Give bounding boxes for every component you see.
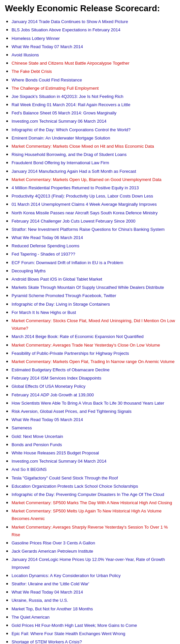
article-link[interactable]: Sameness: [12, 425, 32, 430]
article-link[interactable]: January 2014 CoreLogic Home Prices Up 12…: [12, 557, 165, 569]
article-link[interactable]: Investing.com Technical Summary 06 March…: [12, 119, 106, 124]
list-item: March 2014 Beige Book: Rate of Economic …: [12, 332, 175, 340]
list-item: Reduced Defense Spending Looms: [12, 242, 175, 249]
article-link[interactable]: Fed's Balance Sheet 05 March 2014: Grows…: [12, 110, 117, 115]
article-link[interactable]: Fraudulent Bond Offering by Internationa…: [12, 160, 109, 165]
list-item: Rail Week Ending 01 March 2014: Rail Aga…: [12, 101, 175, 108]
article-link[interactable]: Gold: Next Move Uncertain: [12, 434, 63, 439]
list-item: 4 Million Residential Properties Returne…: [12, 184, 175, 191]
article-link[interactable]: Joe Sixpack's Situation in 4Q2013: Joe I…: [12, 94, 124, 99]
list-item: Stratfor: New Investment Platforms Raise…: [12, 225, 175, 233]
article-link[interactable]: Feasibility of Public-Private Partnershi…: [12, 351, 129, 356]
list-item: Stratfor: Ukraine and the 'Little Cold W…: [12, 580, 175, 587]
article-link[interactable]: The Fake Debt Crisis: [12, 69, 52, 74]
article-link[interactable]: What We Read Today 04 March 2014: [12, 590, 83, 595]
list-item: Productivity 4Q2013 (Final): Productivit…: [12, 192, 175, 199]
list-item: Tesla "Gigafactory" Could Send Stock Thr…: [12, 474, 175, 481]
article-link[interactable]: Epic Fail: Where Four State Health Excha…: [12, 631, 125, 636]
article-link[interactable]: Pyramid Scheme Promoted Through Facebook…: [12, 293, 116, 298]
article-link[interactable]: For March It Is New Highs or Bust: [12, 310, 76, 315]
article-link[interactable]: Market Commentary: SP500 Marks The Day W…: [12, 500, 172, 505]
article-link[interactable]: Gasoline Prices Rise Over 3 Cents A Gall…: [12, 540, 95, 545]
article-link[interactable]: February 2014 ISM Services Index Disappo…: [12, 376, 101, 381]
list-item: Infographic of the Day: Which Corporatio…: [12, 126, 175, 133]
list-item: January 2014 CoreLogic Home Prices Up 12…: [12, 555, 175, 570]
article-link[interactable]: Rail Week Ending 01 March 2014: Rail Aga…: [12, 102, 130, 107]
article-link[interactable]: Education Organization Protests Lack Sch…: [12, 484, 138, 489]
article-link[interactable]: Where Bonds Could Find Resistance: [12, 77, 82, 82]
article-link[interactable]: February 2014 ADP Job Growth at 139,000: [12, 392, 94, 397]
article-link[interactable]: March 2014 Beige Book: Rate of Economic …: [12, 334, 144, 339]
article-link[interactable]: Decoupling Myths: [12, 268, 46, 273]
list-item: Jack Gerards American Petroleum Institut…: [12, 547, 175, 555]
article-link[interactable]: Market Commentary: Stocks Close Flat, Mi…: [12, 318, 175, 331]
list-item: Gold: Next Move Uncertain: [12, 432, 175, 440]
article-link[interactable]: ECF Forum: Downward Drift of Inflation i…: [12, 260, 123, 265]
article-link[interactable]: Market Commentary: Markets Open Flat, Tr…: [12, 359, 174, 364]
article-link[interactable]: 4 Million Residential Properties Returne…: [12, 185, 139, 190]
list-item: Joe Sixpack's Situation in 4Q2013: Joe I…: [12, 92, 175, 100]
article-link[interactable]: Tesla "Gigafactory" Could Send Stock Thr…: [12, 475, 118, 480]
article-link[interactable]: Market Commentary: Markets Close Mixed o…: [12, 144, 154, 149]
article-link[interactable]: How Scientists Were Able To Bring A Viru…: [12, 401, 164, 406]
article-link[interactable]: Chinese State and Citizens Must Battle A…: [12, 61, 129, 66]
article-link[interactable]: 01 March 2014 Unemployment Claims 4 Week…: [12, 202, 157, 207]
article-link[interactable]: Stratfor: Ukraine and the 'Little Cold W…: [12, 581, 89, 586]
article-link[interactable]: Location Dynamics: A Key Consideration f…: [12, 573, 121, 578]
article-link[interactable]: Market Commentary: SP500 Melts Up Again …: [12, 508, 162, 521]
list-item: Education Organization Protests Lack Sch…: [12, 482, 175, 490]
article-link[interactable]: Market Commentary: Markets Open Up, Blam…: [12, 177, 162, 182]
article-link[interactable]: February 2014 Challenger Job Cuts Lowest…: [12, 219, 135, 224]
article-link[interactable]: Eminent Domain: An Underwater Mortgage S…: [12, 136, 110, 140]
article-link[interactable]: Infographic of the Day: Which Corporatio…: [12, 127, 130, 132]
article-link[interactable]: January 2014 Trade Data Continues to Sho…: [12, 19, 128, 24]
article-link[interactable]: What We Read Today 07 March 2014: [12, 44, 83, 49]
article-link[interactable]: Android Blows Past iOS in Global Tablet …: [12, 277, 102, 282]
article-link[interactable]: Estimated Budgetary Effects of Obamacare…: [12, 367, 110, 372]
list-item: Market Commentary: Markets Close Mixed o…: [12, 142, 175, 150]
article-link[interactable]: North Korea Missile Passes near Aircraft…: [12, 210, 158, 215]
article-link[interactable]: Rising Household Borrowing, and the Drag…: [12, 152, 126, 157]
article-link[interactable]: Avoid Illusions: [12, 52, 39, 57]
article-link[interactable]: What We Read Today 06 March 2014: [12, 235, 83, 240]
list-item: Market Commentary: SP500 Marks The Day W…: [12, 499, 175, 506]
article-link[interactable]: Reduced Defense Spending Looms: [12, 243, 79, 248]
article-link[interactable]: Markets Skate Through Mountain Of Supply…: [12, 285, 164, 290]
article-link[interactable]: Market Commentary: Averages Sharply Reve…: [12, 525, 168, 537]
article-link[interactable]: Investing.com Technical Summary 04 March…: [12, 459, 106, 464]
list-item: Infographic of the Day: Preventing Compu…: [12, 490, 175, 498]
article-link[interactable]: Gold Prices Hit Four-Month High Last Wee…: [12, 623, 137, 628]
article-link[interactable]: Fed Tapering - Shades of 1937??: [12, 252, 75, 257]
list-item: February 2014 ISM Services Index Disappo…: [12, 374, 175, 382]
article-link[interactable]: The Challenge of Estimating Full Employm…: [12, 86, 99, 91]
article-link[interactable]: Risk Aversion, Global Asset Prices, and …: [12, 409, 131, 414]
list-item: How Scientists Were Able To Bring A Viru…: [12, 399, 175, 407]
list-item: The Challenge of Estimating Full Employm…: [12, 84, 175, 92]
article-link[interactable]: Global Effects Of USA Monetary Policy: [12, 384, 86, 389]
list-item: Estimated Budgetary Effects of Obamacare…: [12, 366, 175, 373]
article-link[interactable]: The Quiet American: [12, 615, 50, 620]
article-link[interactable]: Stratfor: New Investment Platforms Raise…: [12, 227, 164, 232]
article-link[interactable]: Ukraine, Russia, and the U.S.: [12, 598, 68, 603]
article-link[interactable]: What We Read Today 05 March 2014: [12, 417, 83, 422]
list-item: The Quiet American: [12, 613, 175, 621]
list-item: Pyramid Scheme Promoted Through Facebook…: [12, 291, 175, 299]
article-link[interactable]: Infographic of the Day: Preventing Compu…: [12, 492, 164, 497]
list-item: February 2014 ADP Job Growth at 139,000: [12, 391, 175, 398]
list-item: January 2014 Manufacturing Again Had a S…: [12, 167, 175, 175]
article-link[interactable]: White House Releases 2015 Budget Proposa…: [12, 450, 99, 455]
article-link[interactable]: Market Commentary: Averages Trade Near Y…: [12, 343, 160, 348]
article-link[interactable]: Jack Gerards American Petroleum Institut…: [12, 549, 93, 554]
article-link[interactable]: Infographic of the Day: Living in Storag…: [12, 302, 110, 307]
article-link[interactable]: January 2014 Manufacturing Again Had a S…: [12, 169, 136, 174]
article-link[interactable]: Productivity 4Q2013 (Final): Productivit…: [12, 194, 153, 199]
list-item: What We Read Today 07 March 2014: [12, 43, 175, 50]
article-link[interactable]: BLS Jobs Situation Above Expectations in…: [12, 27, 121, 32]
list-item: Android Blows Past iOS in Global Tablet …: [12, 275, 175, 283]
article-link[interactable]: And So It BEGINS: [12, 467, 47, 472]
article-link[interactable]: Shortage of STEM Workers A Crisis?: [12, 639, 82, 644]
list-item: 01 March 2014 Unemployment Claims 4 Week…: [12, 200, 175, 208]
article-link[interactable]: Homeless Lottery Winner: [12, 36, 60, 41]
article-link[interactable]: Bonds and Pension Funds: [12, 442, 62, 447]
article-link[interactable]: Market Top, But Not for Another 18 Month…: [12, 606, 93, 611]
